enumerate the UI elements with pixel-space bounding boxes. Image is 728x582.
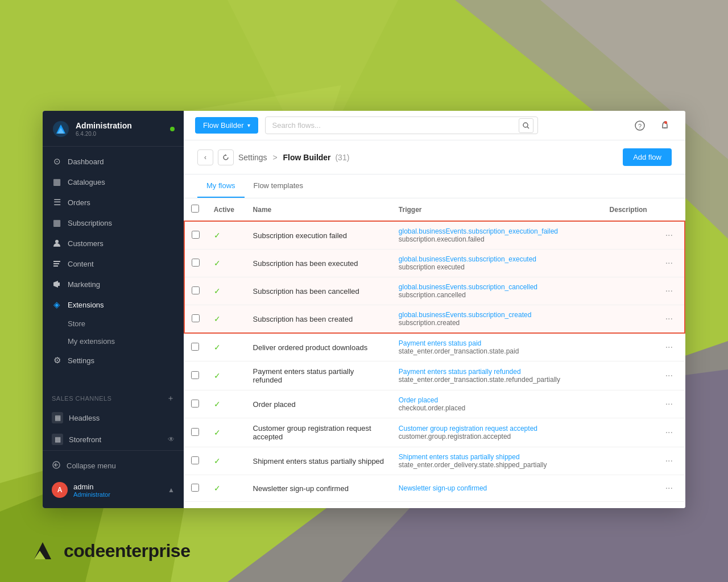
sidebar-item-orders[interactable]: ☰ Orders <box>43 192 184 213</box>
svg-marker-26 <box>225 154 227 156</box>
col-header-active: Active <box>207 198 246 221</box>
sidebar-item-storefront[interactable]: ▦ Storefront 👁 <box>43 429 184 450</box>
sidebar-item-dashboard[interactable]: ⊙ Dashboard <box>43 151 184 172</box>
sidebar-version: 6.4.20.0 <box>76 131 164 137</box>
back-btn[interactable]: ‹ <box>197 149 213 165</box>
svg-point-25 <box>664 121 667 124</box>
sidebar-item-label: Orders <box>68 198 90 207</box>
sidebar-item-subscriptions[interactable]: ▦ Subscriptions <box>43 213 184 233</box>
main-content: Flow Builder ▾ ? <box>184 111 685 508</box>
flow-name[interactable]: Subscription has been cancelled <box>246 277 392 305</box>
dashboard-icon: ⊙ <box>52 156 62 167</box>
flow-trigger: global.businessEvents.subscription_creat… <box>392 305 603 334</box>
col-header-name: Name <box>246 198 392 221</box>
table-row: ✓ Customer group registration request ac… <box>184 418 685 447</box>
flow-name[interactable]: Subscription has been created <box>246 305 392 334</box>
row-more-btn[interactable]: ··· <box>661 340 677 355</box>
row-more-btn[interactable]: ··· <box>661 256 677 271</box>
flow-name[interactable]: Customer group registration request acce… <box>246 418 392 447</box>
top-bar: Flow Builder ▾ ? <box>184 111 685 140</box>
tab-flow-templates[interactable]: Flow templates <box>245 174 312 198</box>
active-check-icon: ✓ <box>214 456 221 465</box>
row-checkbox[interactable] <box>191 400 199 408</box>
extensions-icon: ◈ <box>52 300 62 310</box>
svg-rect-15 <box>53 261 60 262</box>
sales-channels-section: Sales Channels ＋ <box>43 384 184 407</box>
add-flow-btn[interactable]: Add flow <box>623 148 672 166</box>
tab-my-flows[interactable]: My flows <box>197 174 245 198</box>
flow-name[interactable]: Deliver ordered product downloads <box>246 333 392 361</box>
sidebar-item-catalogues[interactable]: ▦ Catalogues <box>43 172 184 192</box>
sidebar-item-settings[interactable]: ⚙ Settings <box>43 350 184 371</box>
select-all-checkbox[interactable] <box>191 205 199 213</box>
flow-description <box>603 221 654 250</box>
sidebar-item-headless[interactable]: ▦ Headless <box>43 407 184 429</box>
flow-trigger: Shipment enters status partially shipped… <box>392 447 603 475</box>
orders-icon: ☰ <box>52 197 62 207</box>
add-channel-icon[interactable]: ＋ <box>167 393 175 404</box>
sidebar-item-label: Settings <box>68 356 94 365</box>
flow-name[interactable]: Subscription has been executed <box>246 250 392 277</box>
subscriptions-icon: ▦ <box>52 218 62 228</box>
row-more-btn[interactable]: ··· <box>661 368 677 383</box>
sidebar-item-store[interactable]: Store <box>68 315 184 332</box>
sidebar-item-label: Dashboard <box>68 157 104 166</box>
sidebar-item-marketing[interactable]: Marketing <box>43 274 184 294</box>
row-more-btn[interactable]: ··· <box>661 481 677 496</box>
active-check-icon: ✓ <box>214 371 221 380</box>
flow-description <box>603 418 654 447</box>
svg-rect-18 <box>58 282 60 286</box>
row-checkbox[interactable] <box>191 484 199 492</box>
store-label: Store <box>68 319 85 328</box>
customers-icon <box>52 238 62 248</box>
sidebar-item-extensions[interactable]: ◈ Extensions <box>43 294 184 315</box>
flow-trigger: Newsletter sign-up confirmed <box>392 475 603 502</box>
row-checkbox[interactable] <box>191 371 199 379</box>
flow-builder-dropdown-btn[interactable]: Flow Builder ▾ <box>195 117 258 134</box>
notifications-btn[interactable] <box>656 117 674 135</box>
row-more-btn[interactable]: ··· <box>661 311 677 326</box>
row-more-btn[interactable]: ··· <box>661 284 677 298</box>
user-profile[interactable]: A admin Administrator ▲ <box>43 476 184 504</box>
row-checkbox[interactable] <box>192 286 200 294</box>
search-submit-btn[interactable] <box>519 118 533 133</box>
row-checkbox[interactable] <box>192 259 200 267</box>
row-more-btn[interactable]: ··· <box>661 228 677 243</box>
sidebar-item-content[interactable]: Content <box>43 253 184 274</box>
row-more-btn[interactable]: ··· <box>661 425 677 440</box>
search-input[interactable] <box>265 117 538 134</box>
active-check-icon: ✓ <box>214 259 221 268</box>
help-btn[interactable]: ? <box>631 117 649 135</box>
row-more-btn[interactable]: ··· <box>661 397 677 411</box>
headless-channel-icon: ▦ <box>52 412 63 423</box>
active-check-icon: ✓ <box>214 343 221 352</box>
col-header-description: Description <box>603 198 654 221</box>
sidebar-item-customers[interactable]: Customers <box>43 233 184 253</box>
table-row: ✓ Deliver ordered product downloads Paym… <box>184 333 685 361</box>
eye-icon: 👁 <box>168 435 175 443</box>
user-info: admin Administrator <box>73 483 162 498</box>
row-checkbox[interactable] <box>192 314 200 322</box>
settings-breadcrumb-link[interactable]: Settings <box>238 153 267 162</box>
search-bar <box>265 117 538 134</box>
row-checkbox[interactable] <box>191 456 199 464</box>
collapse-menu-btn[interactable]: Collapse menu <box>43 455 184 476</box>
svg-point-20 <box>523 123 528 127</box>
row-more-btn[interactable]: ··· <box>661 454 677 468</box>
flow-name[interactable]: Newsletter sign-up confirmed <box>246 475 392 502</box>
flow-name[interactable]: Subscription execution failed <box>246 221 392 250</box>
flow-name[interactable]: Payment enters status partially refunded <box>246 361 392 390</box>
sidebar-footer: Collapse menu A admin Administrator ▲ <box>43 450 184 508</box>
table-row: ✓ Payment enters status partially refund… <box>184 361 685 390</box>
row-checkbox[interactable] <box>191 428 199 436</box>
table-row: ✓ Subscription has been executed global.… <box>184 250 685 277</box>
app-logo-icon <box>52 120 70 138</box>
sidebar-item-my-extensions[interactable]: My extensions <box>68 332 184 350</box>
row-checkbox[interactable] <box>191 343 199 351</box>
flow-name[interactable]: Shipment enters status partially shipped <box>246 447 392 475</box>
refresh-btn[interactable] <box>218 149 234 165</box>
flow-description <box>603 390 654 418</box>
flow-name[interactable]: Order placed <box>246 390 392 418</box>
row-checkbox[interactable] <box>192 231 200 239</box>
flow-description <box>603 475 654 502</box>
